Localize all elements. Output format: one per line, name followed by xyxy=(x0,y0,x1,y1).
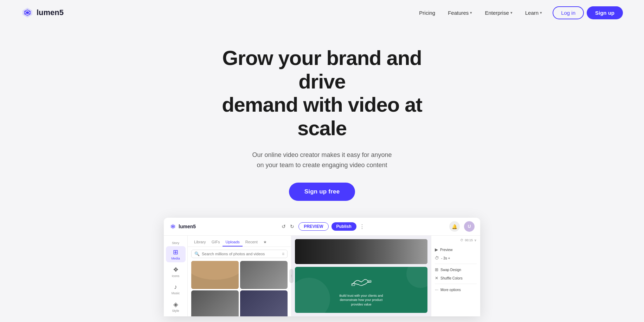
hero-subtitle: Our online video creator makes it easy f… xyxy=(252,150,392,170)
media-thumb-1[interactable] xyxy=(191,261,239,289)
app-logo-text: lumen5 xyxy=(179,224,196,229)
handshake-icon xyxy=(351,273,372,291)
duration-icon: ⏱ xyxy=(435,256,439,261)
hero-title: Grow your brand and drive demand with vi… xyxy=(199,46,445,140)
time-icon: ⏱ xyxy=(460,238,463,242)
time-expand-icon: ∨ xyxy=(474,238,477,242)
style-icon: ◈ xyxy=(173,301,178,308)
bg-circle-2 xyxy=(406,267,427,288)
app-body: Story ⊞ Media ❖ Icons ♪ Music ◈ Style xyxy=(164,236,480,316)
logo-link[interactable]: lumen5 xyxy=(21,6,64,19)
swap-design-icon: ⊞ xyxy=(435,267,438,272)
canvas-top-image xyxy=(295,239,427,264)
media-grid xyxy=(188,261,291,316)
media-selected-dot xyxy=(194,264,200,269)
features-chevron-icon: ▾ xyxy=(470,11,472,15)
nav-pricing[interactable]: Pricing xyxy=(414,7,440,19)
canvas-main-content: Build trust with your clients and demons… xyxy=(335,273,388,307)
canvas-slide-text: Build trust with your clients and demons… xyxy=(335,294,388,307)
media-label: Media xyxy=(171,257,180,260)
redo-button[interactable]: ↻ xyxy=(289,223,296,230)
panel-shuffle-colors-label: Shuffle Colors xyxy=(440,276,463,280)
panel-duration-label: - 3s + xyxy=(441,256,450,260)
app-topbar: lumen5 ↺ ↻ PREVIEW Publish ⋮ 🔔 U xyxy=(164,218,480,236)
preview-play-icon: ▶ xyxy=(435,247,438,252)
app-logo-icon xyxy=(169,223,176,230)
panel-shuffle-colors-item[interactable]: ✕ Shuffle Colors xyxy=(435,275,477,282)
undo-button[interactable]: ↺ xyxy=(280,223,287,230)
lumen5-logo-icon xyxy=(21,6,34,19)
panel-divider-1 xyxy=(435,264,477,264)
panel-preview-item[interactable]: ▶ Preview xyxy=(435,246,477,253)
media-search-input[interactable] xyxy=(202,252,280,256)
login-button[interactable]: Log in xyxy=(553,6,584,19)
nav-enterprise[interactable]: Enterprise ▾ xyxy=(480,7,517,19)
media-thumb-4[interactable] xyxy=(240,290,288,316)
enterprise-chevron-icon: ▾ xyxy=(510,11,513,15)
hero-section: Grow your brand and drive demand with vi… xyxy=(0,25,644,201)
nav-features[interactable]: Features ▾ xyxy=(443,7,477,19)
nav-links: Pricing Features ▾ Enterprise ▾ Learn ▾ … xyxy=(414,6,623,19)
music-label: Music xyxy=(172,291,180,295)
panel-preview-label: Preview xyxy=(440,248,453,252)
panel-swap-design-item[interactable]: ⊞ Swap Design xyxy=(435,266,477,273)
more-options-rp-icon: ··· xyxy=(435,287,438,292)
sidebar-icons-item[interactable]: ❖ Icons xyxy=(166,264,186,280)
tab-gifs[interactable]: GIFs xyxy=(209,238,223,247)
media-icon: ⊞ xyxy=(173,248,178,256)
music-icon: ♪ xyxy=(174,283,177,291)
bg-circle-1 xyxy=(295,278,330,313)
media-search-bar: 🔍 ≡ xyxy=(191,250,288,258)
more-options-icon[interactable]: ⋮ xyxy=(359,223,365,230)
media-thumb-3[interactable] xyxy=(191,290,239,316)
canvas-slide-main: Build trust with your clients and demons… xyxy=(295,267,427,313)
style-label: Style xyxy=(172,309,179,313)
panel-more-options-item[interactable]: ··· More options xyxy=(435,286,477,293)
app-preview-button[interactable]: PREVIEW xyxy=(298,222,328,231)
app-preview-container: lumen5 ↺ ↻ PREVIEW Publish ⋮ 🔔 U Story xyxy=(0,218,644,316)
signup-free-button[interactable]: Sign up free xyxy=(289,183,355,201)
drag-handle[interactable]: ⋮ xyxy=(289,269,294,283)
sidebar-music-item[interactable]: ♪ Music xyxy=(166,281,186,297)
app-sidebar: Story ⊞ Media ❖ Icons ♪ Music ◈ Style xyxy=(164,236,188,316)
learn-chevron-icon: ▾ xyxy=(540,11,542,15)
signup-nav-button[interactable]: Sign up xyxy=(587,6,623,19)
icons-icon: ❖ xyxy=(173,266,179,274)
filter-icon[interactable]: ≡ xyxy=(282,251,284,256)
story-label: Story xyxy=(172,241,179,245)
notification-button[interactable]: 🔔 xyxy=(449,221,460,232)
tab-recent[interactable]: Recent xyxy=(243,238,260,247)
app-topbar-center: ↺ ↻ PREVIEW Publish ⋮ xyxy=(280,222,365,231)
tab-uploads[interactable]: Uploads xyxy=(223,238,242,247)
media-panel: Library GIFs Uploads Recent ★ 🔍 ≡ xyxy=(188,236,291,316)
shuffle-colors-icon: ✕ xyxy=(435,276,438,281)
panel-duration-item[interactable]: ⏱ - 3s + xyxy=(435,255,477,262)
user-avatar[interactable]: U xyxy=(464,221,475,232)
undo-redo-group: ↺ ↻ xyxy=(280,223,296,230)
logo-text: lumen5 xyxy=(37,8,64,17)
right-panel: ⏱ 00:15 ∨ ▶ Preview ⏱ - 3s + ⊞ Swap Desi… xyxy=(431,236,480,316)
tab-library[interactable]: Library xyxy=(191,238,209,247)
navbar: lumen5 Pricing Features ▾ Enterprise ▾ L… xyxy=(0,0,644,25)
tab-favorites[interactable]: ★ xyxy=(260,238,270,247)
icons-label: Icons xyxy=(172,274,180,278)
media-tabs: Library GIFs Uploads Recent ★ xyxy=(188,236,291,247)
sidebar-style-item[interactable]: ◈ Style xyxy=(166,298,186,315)
panel-swap-design-label: Swap Design xyxy=(440,268,461,272)
app-preview-window: lumen5 ↺ ↻ PREVIEW Publish ⋮ 🔔 U Story xyxy=(164,218,480,316)
nav-learn[interactable]: Learn ▾ xyxy=(520,7,547,19)
panel-divider-2 xyxy=(435,284,477,284)
canvas-slide-top xyxy=(295,239,427,264)
app-topbar-right: 🔔 U xyxy=(449,221,475,232)
search-icon: 🔍 xyxy=(194,251,200,256)
app-publish-button[interactable]: Publish xyxy=(331,222,356,231)
media-thumb-2[interactable] xyxy=(240,261,288,289)
right-panel-time: ⏱ 00:15 ∨ xyxy=(435,238,477,242)
canvas-area: ⋮ Build tru xyxy=(291,236,431,316)
app-logo-area: lumen5 xyxy=(169,223,196,230)
panel-more-options-label: More options xyxy=(440,288,461,292)
sidebar-media-item[interactable]: ⊞ Media xyxy=(166,246,186,262)
